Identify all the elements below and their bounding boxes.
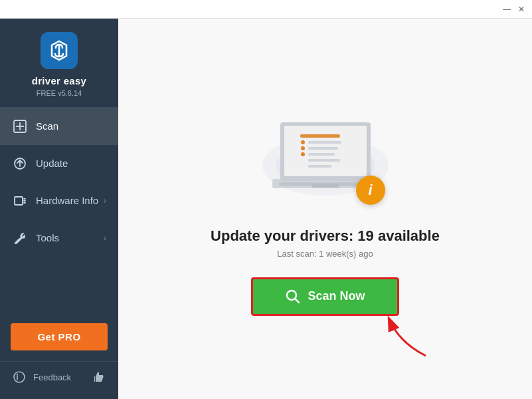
feedback-icon [12,370,27,384]
tools-icon [12,230,28,246]
svg-rect-19 [284,126,367,176]
update-icon [12,156,28,172]
svg-point-28 [301,152,305,156]
app-logo-icon [41,32,78,69]
sidebar-item-tools[interactable]: Tools › [0,219,118,257]
update-label: Update [36,158,106,169]
arrow-annotation [379,309,432,362]
svg-rect-22 [308,147,338,150]
svg-rect-21 [308,141,341,144]
get-pro-button[interactable]: Get PRO [11,323,108,350]
close-button[interactable]: ✕ [516,4,527,15]
main-content: i Update your drivers: 19 available Last… [118,19,532,399]
svg-point-26 [301,140,305,144]
scan-now-label: Scan Now [308,289,365,303]
sidebar-bottom: Get PRO Feedback [0,311,118,399]
feedback-label: Feedback [33,372,71,382]
main-title: Update your drivers: 19 available [211,227,440,245]
hardware-info-label: Hardware Info [36,195,104,206]
svg-rect-17 [312,184,339,188]
svg-rect-23 [308,153,335,156]
tools-label: Tools [36,232,104,243]
app-version: FREE v5.6.14 [37,89,82,97]
thumbs-up-icon[interactable] [92,370,106,384]
sidebar: driver easy FREE v5.6.14 Scan [0,19,118,399]
scan-now-button[interactable]: Scan Now [251,277,399,316]
svg-rect-6 [15,197,23,205]
svg-point-10 [14,372,25,382]
tools-arrow: › [104,233,106,243]
search-icon [285,289,301,305]
sidebar-footer: Feedback [0,361,118,392]
titlebar: — ✕ [0,0,532,19]
hardware-info-icon [12,193,28,209]
svg-rect-24 [308,159,340,162]
app-name: driver easy [32,74,87,88]
svg-rect-25 [308,165,331,168]
scan-label: Scan [36,120,106,132]
hardware-info-arrow: › [104,196,106,205]
laptop-illustration: i [252,102,399,211]
app-container: driver easy FREE v5.6.14 Scan [0,19,532,399]
sidebar-item-hardware-info[interactable]: Hardware Info › [0,182,118,219]
sidebar-item-scan[interactable]: Scan [0,108,118,145]
svg-rect-20 [300,134,340,138]
main-subtitle: Last scan: 1 week(s) ago [277,249,373,259]
svg-point-27 [301,146,305,150]
svg-line-30 [296,299,300,303]
logo-svg [46,38,72,63]
feedback-item[interactable]: Feedback [12,370,92,384]
sidebar-logo: driver easy FREE v5.6.14 [0,19,118,108]
minimize-button[interactable]: — [501,4,512,15]
info-badge: i [356,176,385,205]
sidebar-item-update[interactable]: Update [0,145,118,182]
scan-icon [12,118,28,134]
scan-now-wrapper: Scan Now [251,277,399,316]
